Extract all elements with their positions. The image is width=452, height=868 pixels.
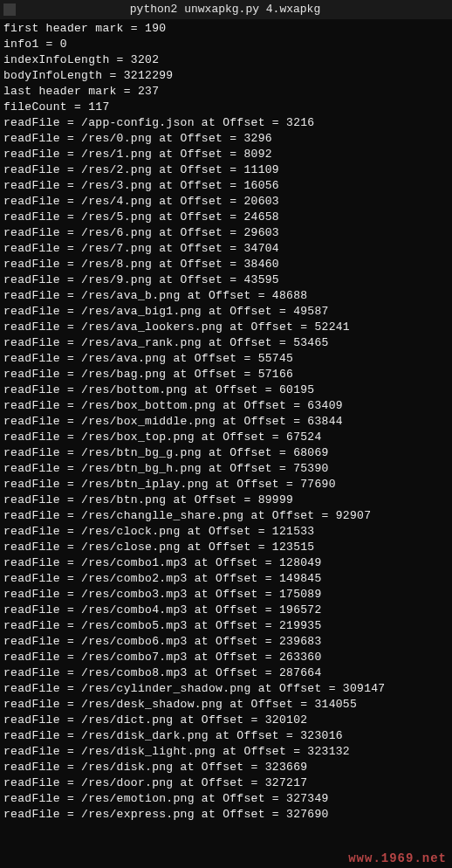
readfile-line: readFile = /res/box_top.png at Offset = …	[3, 430, 449, 445]
readfile-line: readFile = /res/box_middle.png at Offset…	[3, 414, 449, 430]
readfile-line: readFile = /res/ava_big1.png at Offset =…	[3, 304, 449, 320]
readfile-line: readFile = /res/combo6.mp3 at Offset = 2…	[3, 634, 449, 650]
readfile-line: readFile = /res/btn.png at Offset = 8999…	[3, 493, 449, 508]
readfile-line: readFile = /res/ava.png at Offset = 5574…	[3, 351, 449, 367]
readfile-line: readFile = /res/2.png at Offset = 11109	[3, 162, 449, 178]
window-title: python2 unwxapkg.py 4.wxapkg	[19, 2, 449, 17]
readfile-line: readFile = /res/combo7.mp3 at Offset = 2…	[3, 650, 449, 665]
readfile-line: readFile = /res/8.png at Offset = 38460	[3, 257, 449, 272]
readfile-line: readFile = /res/door.png at Offset = 327…	[3, 775, 449, 791]
readfile-line: readFile = /res/7.png at Offset = 34704	[3, 241, 449, 257]
readfile-line: readFile = /res/bottom.png at Offset = 6…	[3, 382, 449, 398]
readfile-line: readFile = /res/desk_shadow.png at Offse…	[3, 697, 449, 713]
readfile-line: readFile = /res/6.png at Offset = 29603	[3, 225, 449, 241]
readfile-line: readFile = /res/changlle_share.png at Of…	[3, 508, 449, 524]
readfile-line: readFile = /res/3.png at Offset = 16056	[3, 178, 449, 194]
readfile-line: readFile = /res/disk.png at Offset = 323…	[3, 760, 449, 775]
watermark-text: www.1969.net	[348, 851, 447, 866]
header-line: last header mark = 237	[3, 84, 449, 100]
terminal-output: first header mark = 190info1 = 0indexInf…	[0, 19, 452, 824]
readfile-line: readFile = /res/combo1.mp3 at Offset = 1…	[3, 555, 449, 571]
header-line: info1 = 0	[3, 37, 449, 52]
header-line: bodyInfoLength = 3212299	[3, 68, 449, 84]
readfile-line: readFile = /res/combo2.mp3 at Offset = 1…	[3, 571, 449, 587]
readfile-line: readFile = /res/combo5.mp3 at Offset = 2…	[3, 618, 449, 634]
readfile-line: readFile = /res/btn_bg_g.png at Offset =…	[3, 445, 449, 461]
app-icon	[3, 3, 16, 16]
readfile-line: readFile = /res/ava_lookers.png at Offse…	[3, 320, 449, 335]
readfile-line: readFile = /res/bag.png at Offset = 5716…	[3, 367, 449, 382]
readfile-line: readFile = /res/5.png at Offset = 24658	[3, 210, 449, 225]
readfile-line: readFile = /res/box_bottom.png at Offset…	[3, 398, 449, 414]
readfile-line: readFile = /res/4.png at Offset = 20603	[3, 194, 449, 210]
header-line: first header mark = 190	[3, 21, 449, 37]
readfile-line: readFile = /res/ava_rank.png at Offset =…	[3, 335, 449, 351]
readfile-line: readFile = /res/ava_b.png at Offset = 48…	[3, 288, 449, 304]
readfile-line: readFile = /res/disk_dark.png at Offset …	[3, 728, 449, 744]
header-line: indexInfoLength = 3202	[3, 52, 449, 68]
readfile-line: readFile = /res/close.png at Offset = 12…	[3, 540, 449, 555]
readfile-line: readFile = /res/1.png at Offset = 8092	[3, 147, 449, 162]
readfile-line: readFile = /res/combo3.mp3 at Offset = 1…	[3, 587, 449, 603]
readfile-line: readFile = /res/disk_light.png at Offset…	[3, 744, 449, 760]
readfile-line: readFile = /res/emotion.png at Offset = …	[3, 791, 449, 807]
readfile-line: readFile = /res/clock.png at Offset = 12…	[3, 524, 449, 540]
readfile-line: readFile = /app-config.json at Offset = …	[3, 115, 449, 131]
readfile-line: readFile = /res/btn_bg_h.png at Offset =…	[3, 461, 449, 477]
readfile-line: readFile = /res/9.png at Offset = 43595	[3, 272, 449, 288]
readfile-line: readFile = /res/btn_iplay.png at Offset …	[3, 477, 449, 493]
readfile-line: readFile = /res/cylinder_shadow.png at O…	[3, 681, 449, 697]
window-title-bar: python2 unwxapkg.py 4.wxapkg	[0, 0, 452, 19]
readfile-line: readFile = /res/combo4.mp3 at Offset = 1…	[3, 603, 449, 618]
readfile-line: readFile = /res/combo8.mp3 at Offset = 2…	[3, 665, 449, 681]
header-line: fileCount = 117	[3, 100, 449, 115]
readfile-line: readFile = /res/dict.png at Offset = 320…	[3, 713, 449, 728]
readfile-line: readFile = /res/express.png at Offset = …	[3, 807, 449, 823]
readfile-line: readFile = /res/0.png at Offset = 3296	[3, 131, 449, 147]
